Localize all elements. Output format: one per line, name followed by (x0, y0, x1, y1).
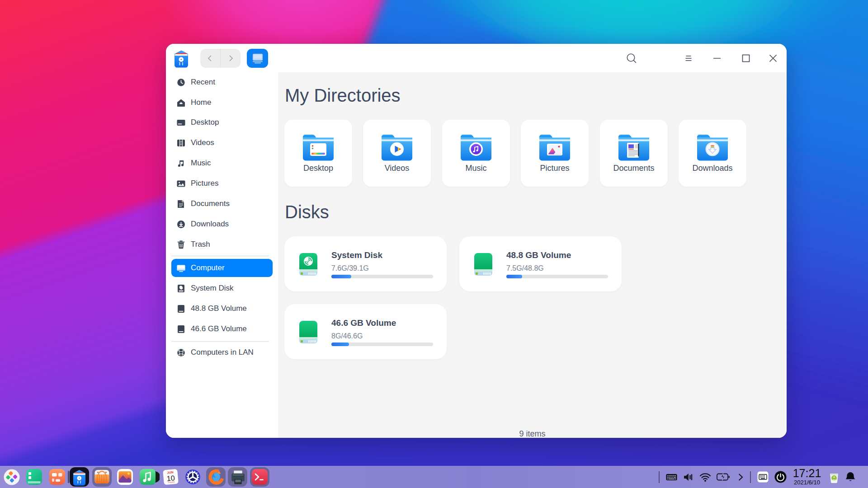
svg-text:JUN: JUN (167, 470, 174, 474)
